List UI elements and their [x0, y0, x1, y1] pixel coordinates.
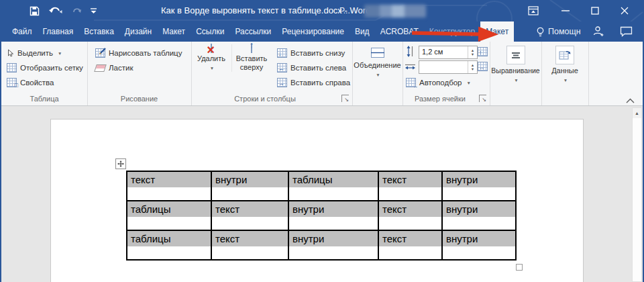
customize-quick-access-icon[interactable]: [91, 7, 97, 14]
tab-acrobat[interactable]: ACROBAT: [375, 21, 424, 42]
dialog-launcher-icon[interactable]: [341, 95, 349, 102]
tab-references[interactable]: Ссылки: [191, 21, 229, 42]
scroll-up-arrow-icon[interactable]: ▲: [633, 108, 641, 118]
tab-mailings[interactable]: Рассылки: [229, 21, 276, 42]
table-cell[interactable]: текст: [378, 171, 442, 201]
insert-left-icon: ←: [277, 63, 287, 73]
draw-table-label: Нарисовать таблицу: [109, 49, 182, 57]
data-label: Данные: [541, 66, 588, 75]
insert-above-icon: ↑: [251, 44, 252, 53]
group-table: Выделить ▼ Отобразить сетку □ Свойства Т…: [1, 42, 88, 105]
tab-table-layout-active[interactable]: Макет: [480, 21, 514, 42]
table-cell[interactable]: текст: [211, 230, 288, 260]
group-rows-columns: × Удалить ▼ ↑ Вставить сверху ↓ Вставить…: [191, 42, 353, 105]
table-cell[interactable]: внутри: [442, 230, 516, 260]
table-cell[interactable]: внутри: [288, 230, 378, 260]
autofit-icon: ↔: [406, 78, 416, 87]
minimize-icon[interactable]: [555, 0, 576, 21]
insert-left-button[interactable]: ← Вставить слева: [272, 62, 346, 74]
group-data: Данные ▼: [541, 42, 589, 105]
row-height-input[interactable]: 1,2 см ▲▼: [419, 46, 478, 59]
vertical-scrollbar[interactable]: ▲: [632, 107, 642, 282]
alignment-button[interactable]: Выравнивание ▼: [490, 44, 541, 83]
distribute-columns-icon[interactable]: ↔: [478, 62, 488, 71]
insert-above-button[interactable]: ↑ Вставить сверху: [231, 44, 271, 72]
table-cell[interactable]: текст: [378, 230, 442, 260]
merge-label: Объединение: [352, 61, 402, 70]
redo-icon[interactable]: [72, 6, 82, 15]
tab-file[interactable]: Файл: [7, 21, 38, 42]
column-width-icon: [405, 62, 416, 70]
censored-username-block: [364, 5, 426, 17]
group-draw: Нарисовать таблицу Ластик Рисование: [87, 42, 192, 105]
tab-home[interactable]: Главная: [38, 21, 79, 42]
close-icon[interactable]: [614, 0, 635, 21]
table-properties-icon: □: [7, 78, 17, 87]
table-cell[interactable]: таблицы: [288, 171, 378, 201]
table-cell[interactable]: текст: [378, 201, 442, 230]
group-label-cell-size: Размер ячейки: [402, 95, 478, 103]
tab-table-design[interactable]: Конструктор: [424, 21, 480, 42]
insert-right-button[interactable]: → Вставить справа: [272, 77, 350, 89]
share-icon[interactable]: [593, 26, 604, 40]
dropdown-caret-icon: ▼: [467, 81, 471, 85]
table-cell[interactable]: текст: [127, 171, 211, 201]
alignment-icon: [506, 46, 525, 64]
select-button[interactable]: Выделить ▼: [1, 47, 62, 59]
document-area: текст внутри таблицы текст внутри таблиц…: [0, 106, 644, 282]
dropdown-caret-icon: ▼: [58, 51, 62, 56]
table-resize-handle[interactable]: [516, 264, 523, 271]
view-gridlines-button[interactable]: Отобразить сетку: [1, 62, 83, 74]
ribbon-tab-row: Файл Главная Вставка Дизайн Макет Ссылки…: [0, 21, 644, 42]
table-cell[interactable]: внутри: [211, 171, 288, 201]
tab-insert[interactable]: Вставка: [78, 21, 119, 42]
delete-button[interactable]: × Удалить ▼: [193, 44, 230, 71]
insert-below-icon: ↓: [277, 48, 287, 58]
eraser-label: Ластик: [109, 64, 133, 72]
tab-layout[interactable]: Макет: [157, 21, 191, 42]
table-cell[interactable]: внутри: [288, 201, 378, 230]
merge-button[interactable]: Объединение ▼: [352, 44, 402, 78]
table-cell[interactable]: таблицы: [127, 230, 211, 260]
gridlines-icon: [7, 63, 17, 73]
tab-design[interactable]: Дизайн: [119, 21, 157, 42]
table-cell[interactable]: таблицы: [127, 201, 211, 230]
tab-review[interactable]: Рецензирование: [276, 21, 350, 42]
draw-table-icon: [95, 48, 105, 58]
maximize-icon[interactable]: [585, 0, 605, 21]
eraser-button[interactable]: Ластик: [87, 62, 133, 74]
merge-cells-icon: [371, 48, 384, 58]
save-icon[interactable]: [30, 6, 40, 16]
insert-left-label: Вставить слева: [290, 64, 346, 72]
move-cross-icon: [117, 160, 124, 167]
view-gridlines-label: Отобразить сетку: [20, 64, 83, 72]
table-row: текст внутри таблицы текст внутри: [127, 171, 516, 201]
draw-table-button[interactable]: Нарисовать таблицу: [87, 47, 182, 59]
document-page[interactable]: текст внутри таблицы текст внутри таблиц…: [50, 119, 584, 282]
spinner-arrows-icon[interactable]: ▲▼: [468, 46, 477, 58]
spinner-arrows-icon[interactable]: ▲▼: [468, 61, 477, 73]
ribbon-display-options-icon[interactable]: [523, 0, 543, 21]
delete-table-icon: ×: [211, 44, 212, 53]
table-cell[interactable]: внутри: [442, 171, 516, 201]
insert-below-button[interactable]: ↓ Вставить снизу: [272, 47, 345, 59]
table-data-icon: [555, 46, 574, 64]
comment-icon[interactable]: [620, 26, 633, 40]
collapse-ribbon-icon[interactable]: [626, 94, 635, 106]
table-cell[interactable]: текст: [211, 201, 288, 230]
ribbon-tabs: Файл Главная Вставка Дизайн Макет Ссылки…: [7, 21, 514, 42]
user-account-label[interactable]: Р...: [339, 0, 350, 21]
data-button[interactable]: Данные ▼: [541, 44, 588, 83]
distribute-rows-icon[interactable]: ↕: [478, 47, 488, 56]
column-width-input[interactable]: ▲▼: [419, 60, 478, 74]
undo-icon[interactable]: [48, 6, 63, 15]
tab-view[interactable]: Вид: [350, 21, 375, 42]
group-label-draw: Рисование: [87, 95, 191, 103]
table-cell[interactable]: внутри: [442, 201, 516, 230]
autofit-button[interactable]: ↔ Автоподбор ▼: [402, 77, 471, 89]
properties-button[interactable]: □ Свойства: [1, 77, 54, 89]
quick-access-toolbar: [30, 0, 97, 21]
table-move-handle[interactable]: [115, 158, 126, 169]
dialog-launcher-icon[interactable]: [479, 95, 486, 102]
tell-me-help[interactable]: Помощн: [536, 21, 581, 42]
